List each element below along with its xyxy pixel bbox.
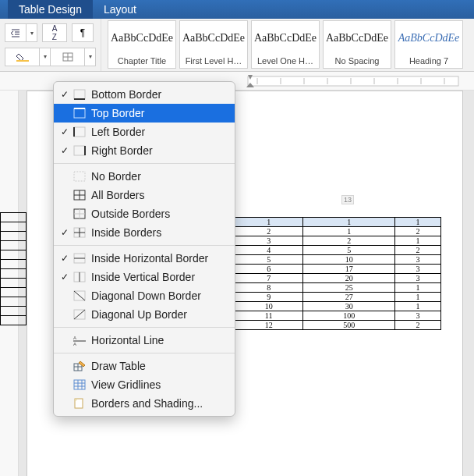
table-cell[interactable]: 4: [235, 246, 303, 255]
table-cell[interactable]: 20: [303, 274, 395, 283]
style-no-spacing[interactable]: AaBbCcDdEe No Spacing: [323, 20, 391, 69]
borders-split[interactable]: ▾: [85, 48, 96, 66]
tab-table-design[interactable]: Table Design: [8, 0, 93, 19]
table-cell[interactable]: 2: [303, 236, 395, 246]
menu-borders-shading[interactable]: Borders and Shading...: [54, 394, 235, 413]
styles-gallery[interactable]: AaBbCcDdEe Chapter Title AaBbCcDdEe Firs…: [101, 19, 466, 71]
menu-horizontal-line[interactable]: AA Horizontal Line: [54, 331, 235, 350]
table-cell[interactable]: 10: [303, 255, 395, 265]
table-cell[interactable]: 1: [235, 218, 303, 227]
table-cell[interactable]: 500: [303, 321, 395, 330]
menu-top-border[interactable]: Top Border: [54, 104, 235, 123]
menu-label: View Gridlines: [91, 378, 161, 391]
style-preview: AaBbCcDdEe: [111, 21, 173, 55]
document-table[interactable]: 1112123214525103617372038251927110301111…: [234, 217, 441, 330]
no-border-icon: [73, 170, 87, 183]
menu-outside-borders[interactable]: Outside Borders: [54, 204, 235, 223]
table-row[interactable]: 452: [235, 246, 441, 255]
shading-split[interactable]: ▾: [40, 48, 51, 66]
table-cell[interactable]: 10: [235, 302, 303, 311]
table-cell[interactable]: 9: [235, 293, 303, 302]
table-cell[interactable]: 3: [395, 265, 441, 274]
menu-all-borders[interactable]: All Borders: [54, 186, 235, 204]
table-cell[interactable]: 2: [395, 321, 441, 330]
table-cell[interactable]: 2: [395, 246, 441, 255]
menu-view-gridlines[interactable]: View Gridlines: [54, 375, 235, 394]
menu-right-border[interactable]: ✓ Right Border: [54, 141, 235, 160]
table-cell[interactable]: 5: [303, 246, 395, 255]
table-row[interactable]: 125002: [235, 321, 441, 330]
table-row[interactable]: 5103: [235, 255, 441, 265]
table-row[interactable]: 111003: [235, 311, 441, 321]
menu-draw-table[interactable]: Draw Table: [54, 357, 235, 375]
style-chapter-title[interactable]: AaBbCcDdEe Chapter Title: [108, 20, 176, 69]
borders-button[interactable]: [51, 48, 85, 66]
table-cell[interactable]: 100: [303, 311, 395, 321]
svg-line-43: [74, 291, 85, 300]
check-icon: ✓: [58, 253, 71, 264]
comment-marker[interactable]: 13: [341, 195, 354, 204]
menu-left-border[interactable]: ✓ Left Border: [54, 123, 235, 141]
table-row[interactable]: 321: [235, 236, 441, 246]
table-cell[interactable]: 7: [235, 274, 303, 283]
menu-label: No Border: [91, 170, 141, 183]
table-cell[interactable]: 2: [395, 227, 441, 236]
tab-layout[interactable]: Layout: [93, 0, 147, 19]
table-cell[interactable]: 1: [303, 227, 395, 236]
menu-inside-borders[interactable]: ✓ Inside Borders: [54, 223, 235, 242]
menu-diagonal-up[interactable]: Diagonal Up Border: [54, 305, 235, 324]
table-cell[interactable]: 3: [395, 311, 441, 321]
table-cell[interactable]: 30: [303, 302, 395, 311]
table-row[interactable]: 9271: [235, 293, 441, 302]
svg-rect-28: [74, 172, 85, 181]
table-cell[interactable]: 1: [395, 293, 441, 302]
style-label: No Spacing: [325, 55, 389, 68]
ribbon-bar: ▾ AZ ¶ ▾ ▾ AaBbCcDdEe Chapter Title AaBb…: [0, 19, 474, 72]
table-cell[interactable]: 1: [395, 218, 441, 227]
style-heading-7[interactable]: AaBbCcDdEe Heading 7: [394, 20, 463, 69]
svg-text:A: A: [73, 342, 76, 346]
menu-diagonal-down[interactable]: Diagonal Down Border: [54, 286, 235, 305]
sort-button[interactable]: AZ: [42, 23, 67, 42]
table-cell[interactable]: 1: [395, 283, 441, 293]
indent-decrease-split[interactable]: ▾: [27, 23, 37, 42]
indent-decrease-button[interactable]: [5, 23, 27, 42]
check-icon: ✓: [58, 145, 71, 156]
style-level-one-h[interactable]: AaBbCcDdEe Level One H…: [251, 20, 320, 69]
table-row[interactable]: 212: [235, 227, 441, 236]
inside-vertical-icon: [73, 271, 87, 283]
style-label: First Level H…: [182, 55, 246, 68]
menu-inside-vertical[interactable]: ✓ Inside Vertical Border: [54, 268, 235, 286]
table-cell[interactable]: 27: [303, 293, 395, 302]
table-row[interactable]: 6173: [235, 265, 441, 274]
table-cell[interactable]: 11: [235, 311, 303, 321]
menu-no-border[interactable]: No Border: [54, 167, 235, 186]
table-row[interactable]: 111: [235, 218, 441, 227]
table-cell[interactable]: 6: [235, 265, 303, 274]
menu-inside-horizontal[interactable]: ✓ Inside Horizontal Border: [54, 249, 235, 268]
shading-button[interactable]: [5, 48, 40, 66]
inside-horizontal-icon: [73, 252, 87, 265]
table-cell[interactable]: 3: [235, 236, 303, 246]
show-marks-button[interactable]: ¶: [72, 23, 94, 42]
table-cell[interactable]: 1: [395, 236, 441, 246]
table-cell[interactable]: 1: [303, 218, 395, 227]
table-cell[interactable]: 2: [235, 227, 303, 236]
table-row[interactable]: 7203: [235, 274, 441, 283]
table-cell[interactable]: 1: [395, 302, 441, 311]
menu-label: Diagonal Down Border: [91, 290, 201, 302]
table-cell[interactable]: 3: [395, 255, 441, 265]
style-first-level-h[interactable]: AaBbCcDdEe First Level H…: [179, 20, 248, 69]
table-cell[interactable]: 17: [303, 265, 395, 274]
table-cell[interactable]: 8: [235, 283, 303, 293]
table-cell[interactable]: 3: [395, 274, 441, 283]
table-cell[interactable]: 12: [235, 321, 303, 330]
table-row[interactable]: 8251: [235, 283, 441, 293]
table-cell[interactable]: 25: [303, 283, 395, 293]
menu-bottom-border[interactable]: ✓ Bottom Border: [54, 85, 235, 104]
table-cell[interactable]: 5: [235, 255, 303, 265]
style-preview: AaBbCcDdEe: [398, 21, 460, 55]
svg-rect-4: [16, 60, 29, 62]
menu-label: All Borders: [91, 189, 144, 201]
table-row[interactable]: 10301: [235, 302, 441, 311]
